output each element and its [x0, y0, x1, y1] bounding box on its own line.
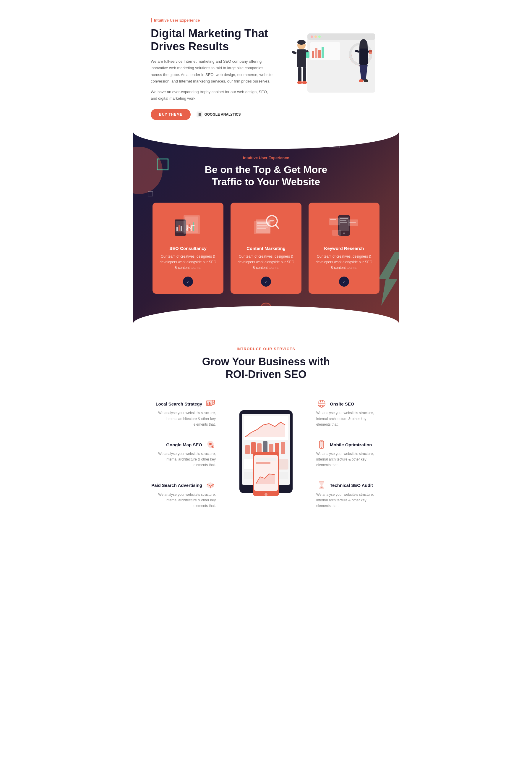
buy-theme-button[interactable]: BUY THEME: [151, 109, 191, 120]
svg-rect-50: [270, 220, 274, 221]
svg-rect-45: [257, 227, 268, 228]
service-item-paid-search-header: Paid Search Advertising: [151, 480, 216, 491]
google-map-icon: [205, 439, 216, 450]
hero-desc-2: We have an ever-expanding trophy cabinet…: [151, 89, 275, 102]
svg-rect-58: [329, 218, 340, 226]
svg-point-28: [364, 79, 368, 82]
seo-card-button[interactable]: ›: [183, 277, 193, 287]
local-search-icon: [205, 398, 216, 409]
svg-rect-56: [340, 220, 346, 221]
mobile-opt-desc: We analyse your website's structure, int…: [316, 451, 381, 468]
technical-seo-desc: We analyse your website's structure, int…: [316, 492, 381, 509]
service-item-local-search: Local Search Strategy: [151, 398, 216, 427]
seo-card-svg: [173, 214, 203, 239]
svg-rect-40: [193, 223, 194, 231]
svg-rect-1: [307, 33, 375, 40]
content-card-title: Content Marketing: [238, 246, 294, 251]
svg-rect-51: [270, 222, 273, 222]
svg-rect-44: [257, 225, 267, 226]
google-analytics-button[interactable]: ▤ GOOGLE ANALYTICS: [197, 111, 241, 117]
local-search-title: Local Search Strategy: [155, 401, 202, 406]
seo-card-title: SEO Consultancy: [160, 246, 216, 251]
svg-rect-80: [245, 445, 250, 454]
service-item-google-map: Google Map SEO We analyse your website's…: [151, 439, 216, 468]
service-item-google-map-header: Google Map SEO: [166, 439, 216, 450]
paid-search-title: Paid Search Advertising: [151, 483, 202, 488]
svg-rect-63: [349, 222, 356, 223]
svg-rect-6: [312, 51, 314, 58]
svg-rect-74: [212, 446, 213, 447]
hero-tagline: Intuitive User Experience: [151, 18, 275, 22]
services-right-column: Onsite SEO We analyse your website's str…: [316, 398, 381, 509]
svg-rect-46: [257, 228, 266, 229]
services-inner: INTRODUCE OUR SERVICES Grow Your Busines…: [151, 347, 381, 509]
svg-rect-62: [349, 221, 355, 221]
lightning-decoration: [378, 252, 399, 306]
svg-point-20: [297, 81, 302, 84]
content-card-svg: [251, 214, 281, 239]
wave-title: Be on the Top & Get More Traffic to Your…: [151, 163, 381, 188]
service-item-onsite-seo: Onsite SEO We analyse your website's str…: [316, 398, 381, 427]
content-card-desc: Our team of creatives, designers & devel…: [238, 254, 294, 271]
service-card-content: Content Marketing Our team of creatives,…: [231, 203, 301, 294]
svg-point-27: [359, 79, 364, 82]
svg-point-54: [343, 233, 345, 234]
svg-rect-15: [292, 51, 297, 54]
hero-section: Intuitive User Experience Digital Market…: [133, 0, 399, 132]
services-grid: Local Search Strategy: [151, 398, 381, 509]
wave-bottom-decoration: [133, 306, 399, 323]
keyword-card-desc: Our team of creatives, designers & devel…: [316, 254, 372, 271]
svg-rect-86: [281, 442, 285, 454]
svg-rect-33: [179, 226, 180, 231]
svg-point-2: [311, 35, 313, 38]
services-center-illustration: [228, 398, 304, 499]
svg-rect-26: [369, 50, 372, 54]
keyword-card-svg: [329, 214, 359, 239]
onsite-seo-title: Onsite SEO: [330, 401, 354, 406]
mobile-optimization-icon: [316, 439, 327, 450]
google-map-desc: We analyse your website's structure, int…: [151, 451, 216, 468]
onsite-seo-desc: We analyse your website's structure, int…: [316, 410, 381, 427]
svg-point-13: [297, 40, 306, 45]
svg-rect-60: [330, 221, 335, 221]
svg-point-21: [302, 81, 307, 84]
service-item-paid-search: Paid Search Advertising We analyse you: [151, 480, 216, 509]
svg-point-104: [321, 447, 322, 448]
svg-rect-69: [210, 403, 211, 405]
svg-point-48: [268, 218, 275, 225]
svg-rect-42: [256, 220, 270, 233]
deco-rect-top: [330, 141, 340, 148]
svg-rect-67: [207, 403, 208, 405]
services-left-column: Local Search Strategy: [151, 398, 216, 509]
svg-rect-55: [340, 218, 348, 219]
wave-inner-content: Intuitive User Experience Be on the Top …: [151, 155, 381, 294]
services-title: Grow Your Business with ROI-Driven SEO: [151, 355, 381, 381]
hero-desc-1: We are full-service Internet marketing a…: [151, 58, 275, 84]
svg-rect-8: [318, 50, 321, 58]
service-item-mobile-header: Mobile Optimization: [316, 439, 372, 450]
services-tagline: INTRODUCE OUR SERVICES: [151, 347, 381, 351]
content-illustration: [238, 212, 294, 241]
service-card-seo: SEO Consultancy Our team of creatives, d…: [153, 203, 223, 294]
svg-line-49: [275, 225, 278, 228]
content-card-button[interactable]: ›: [261, 277, 271, 287]
svg-rect-57: [340, 222, 347, 223]
technical-seo-title: Technical SEO Audit: [330, 483, 373, 488]
hero-buttons: BUY THEME ▤ GOOGLE ANALYTICS: [151, 109, 275, 120]
keyword-card-button[interactable]: ›: [339, 277, 349, 287]
services-section: INTRODUCE OUR SERVICES Grow Your Busines…: [133, 323, 399, 526]
paid-search-icon: [205, 480, 216, 491]
svg-marker-29: [378, 252, 399, 306]
hero-title: Digital Marketing That Drives Results: [151, 27, 275, 53]
svg-point-3: [314, 35, 317, 38]
onsite-seo-icon: [316, 398, 327, 409]
wave-section: Intuitive User Experience Be on the Top …: [133, 132, 399, 323]
wave-top-decoration: [133, 132, 399, 149]
seo-card-desc: Our team of creatives, designers & devel…: [160, 254, 216, 271]
wave-tagline: Intuitive User Experience: [151, 155, 381, 160]
svg-rect-94: [256, 458, 276, 460]
mobile-opt-title: Mobile Optimization: [330, 442, 372, 447]
service-item-technical-header: Technical SEO Audit: [316, 480, 373, 491]
svg-rect-18: [298, 67, 301, 82]
svg-rect-5: [310, 42, 340, 60]
